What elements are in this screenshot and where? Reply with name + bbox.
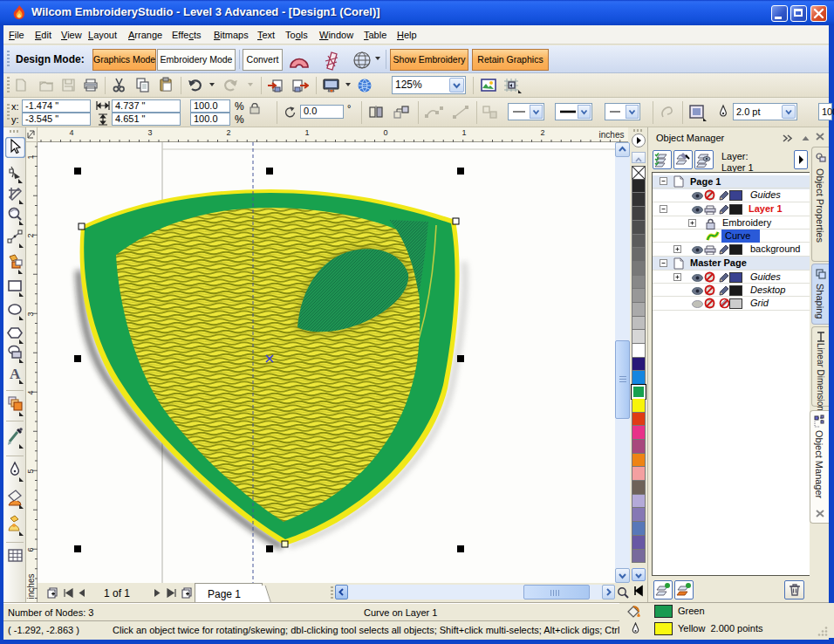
svg-text:6: 6 [26,547,35,552]
svg-text:4: 4 [26,390,35,394]
svg-text:2: 2 [540,128,544,137]
svg-text:2: 2 [26,233,35,237]
svg-text:4: 4 [69,128,73,137]
svg-text:5: 5 [26,469,35,473]
svg-text:inches: inches [599,130,625,140]
svg-text:1: 1 [26,154,35,159]
svg-text:3: 3 [26,312,35,316]
svg-text:1: 1 [304,128,309,137]
svg-text:0: 0 [383,128,387,137]
svg-text:3: 3 [147,128,152,137]
svg-text:inches: inches [26,574,36,599]
svg-text:2: 2 [226,128,230,137]
svg-text:1: 1 [461,128,466,137]
